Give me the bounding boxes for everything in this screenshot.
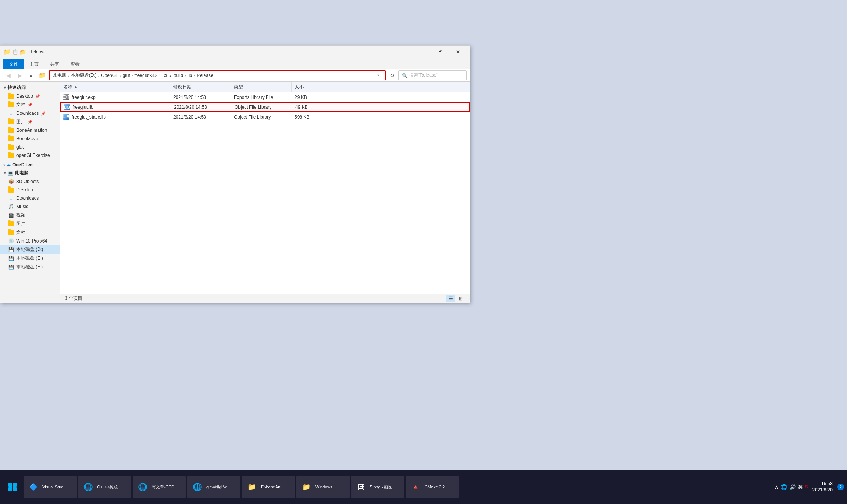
sidebar-item-label: Downloads bbox=[16, 196, 39, 201]
sidebar-item-desktop-pc[interactable]: Desktop bbox=[0, 186, 60, 194]
taskbar-item-vs[interactable]: 🔷 Visual Stud... bbox=[24, 476, 77, 498]
sidebar-item-3dobjects[interactable]: 📦 3D Objects bbox=[0, 177, 60, 186]
path-part-2[interactable]: OpenGL bbox=[101, 73, 118, 78]
sidebar-item-desktop[interactable]: Desktop 📌 bbox=[0, 92, 60, 100]
taskbar-right: ∧ 🌐 🔊 英 S 16:58 2021/8/20 2 bbox=[775, 481, 844, 493]
file-row-static-lib[interactable]: LIB freeglut_static.lib 2021/8/20 14:53 … bbox=[60, 112, 470, 122]
file-cell-name-exp: EXP freeglut.exp bbox=[60, 94, 170, 100]
pin-icon-4: 📌 bbox=[28, 120, 32, 124]
sidebar: ∨ 快速访问 Desktop 📌 文档 📌 ↓ bbox=[0, 82, 60, 303]
file-row-lib[interactable]: LIB freeglut.lib 2021/8/20 14:53 Object … bbox=[60, 102, 470, 112]
taskbar-item-chrome2[interactable]: 🌐 写文章-CSD... bbox=[133, 476, 186, 498]
file-cell-size-exp: 29 KB bbox=[292, 95, 329, 100]
file-cell-type-lib: Object File Library bbox=[232, 105, 292, 110]
vs-icon: 🔷 bbox=[27, 481, 39, 493]
close-button[interactable]: ✕ bbox=[449, 46, 467, 58]
tray-network[interactable]: 🌐 bbox=[781, 484, 787, 490]
sidebar-item-glut[interactable]: glut bbox=[0, 143, 60, 151]
col-header-name[interactable]: 名称 ▲ bbox=[60, 82, 170, 92]
path-part-5[interactable]: lib bbox=[188, 73, 192, 78]
maximize-button[interactable]: 🗗 bbox=[432, 46, 449, 58]
address-dropdown-button[interactable]: ▾ bbox=[374, 70, 382, 80]
sidebar-item-drive-d[interactable]: 💾 本地磁盘 (D:) bbox=[0, 245, 60, 254]
tab-share[interactable]: 共享 bbox=[44, 59, 65, 69]
this-pc-icon: 💻 bbox=[8, 171, 13, 176]
sidebar-item-documents-pc[interactable]: 文档 bbox=[0, 228, 60, 237]
chrome2-label: 写文章-CSD... bbox=[152, 484, 178, 490]
taskbar-item-cmake[interactable]: 🔺 CMake 3.2... bbox=[406, 476, 459, 498]
start-button[interactable] bbox=[3, 477, 22, 496]
tray-arrow[interactable]: ∧ bbox=[775, 484, 778, 490]
sidebar-item-drive-e[interactable]: 💾 本地磁盘 (E:) bbox=[0, 254, 60, 263]
sidebar-item-pictures[interactable]: 图片 📌 bbox=[0, 117, 60, 126]
taskbar-item-paint[interactable]: 🖼 5.png - 画图 bbox=[351, 476, 404, 498]
col-header-type[interactable]: 类型 bbox=[231, 82, 292, 92]
taskbar-item-chrome3[interactable]: 🌐 glew和gIfw... bbox=[187, 476, 240, 498]
file-cell-name-lib: LIB freeglut.lib bbox=[61, 104, 171, 110]
clock[interactable]: 16:58 2021/8/20 bbox=[811, 481, 834, 493]
window-controls: ─ 🗗 ✕ bbox=[414, 46, 467, 58]
sidebar-item-win10[interactable]: 💿 Win 10 Pro x64 bbox=[0, 237, 60, 245]
col-header-date[interactable]: 修改日期 bbox=[170, 82, 231, 92]
sidebar-item-boneanimation[interactable]: BoneAnimation bbox=[0, 126, 60, 135]
tab-view[interactable]: 查看 bbox=[65, 59, 85, 69]
file-cell-date-static: 2021/8/20 14:53 bbox=[170, 114, 231, 120]
taskbar-item-chrome1[interactable]: 🌐 C++中类成... bbox=[78, 476, 131, 498]
taskbar-item-explorer2[interactable]: 📁 Windows ... bbox=[296, 476, 350, 498]
sidebar-item-openglexercise[interactable]: openGLExercise bbox=[0, 151, 60, 160]
sidebar-item-documents[interactable]: 文档 📌 bbox=[0, 100, 60, 109]
col-header-size[interactable]: 大小 bbox=[292, 82, 329, 92]
chrome3-icon: 🌐 bbox=[191, 481, 203, 493]
sidebar-item-label: Win 10 Pro x64 bbox=[16, 238, 47, 244]
clock-date: 2021/8/20 bbox=[812, 487, 833, 493]
minimize-button[interactable]: ─ bbox=[414, 46, 432, 58]
search-box[interactable]: 🔍 搜索"Release" bbox=[398, 70, 467, 80]
path-part-4[interactable]: freeglut-3.2.1_x86_build bbox=[134, 73, 183, 78]
file-icon-lib: LIB bbox=[64, 104, 70, 110]
this-pc-label: 此电脑 bbox=[15, 170, 28, 176]
sidebar-item-drive-f[interactable]: 💾 本地磁盘 (F:) bbox=[0, 263, 60, 271]
sidebar-item-label: BoneMove bbox=[16, 136, 38, 141]
this-pc-section[interactable]: ∨ 💻 此电脑 bbox=[0, 169, 60, 177]
path-part-3[interactable]: glut bbox=[122, 73, 130, 78]
address-bar[interactable]: 此电脑 › 本地磁盘(D:) › OpenGL › glut › freeglu… bbox=[49, 70, 386, 80]
path-part-6[interactable]: Release bbox=[197, 73, 213, 78]
quick-access-label: 快速访问 bbox=[8, 85, 26, 91]
clock-time: 16:58 bbox=[812, 481, 833, 487]
onedrive-section[interactable]: › ☁ OneDrive bbox=[0, 161, 60, 169]
sidebar-item-downloads-pc[interactable]: ↓ Downloads bbox=[0, 194, 60, 202]
ribbon: 文件 主页 共享 查看 bbox=[0, 58, 470, 69]
folder-icon-nav[interactable]: 📁 bbox=[38, 70, 47, 80]
cmake-icon: 🔺 bbox=[409, 481, 422, 493]
grid-view-button[interactable]: ⊞ bbox=[456, 295, 465, 302]
taskbar-item-explorer1[interactable]: 📁 E:\boneAni... bbox=[242, 476, 295, 498]
list-view-button[interactable]: ☰ bbox=[446, 295, 455, 302]
sidebar-item-downloads-quick[interactable]: ↓ Downloads 📌 bbox=[0, 109, 60, 117]
sidebar-item-label: BoneAnimation bbox=[16, 128, 47, 133]
path-part-0[interactable]: 此电脑 bbox=[53, 72, 66, 78]
sidebar-item-bonemove[interactable]: BoneMove bbox=[0, 135, 60, 143]
sidebar-item-music[interactable]: 🎵 Music bbox=[0, 202, 60, 211]
file-row-exp[interactable]: EXP freeglut.exp 2021/8/20 14:53 Exports… bbox=[60, 92, 470, 102]
sidebar-item-label: 视频 bbox=[16, 212, 25, 218]
file-cell-name-static: LIB freeglut_static.lib bbox=[60, 114, 170, 120]
sidebar-item-label: 图片 bbox=[16, 221, 25, 227]
back-button[interactable]: ◀ bbox=[3, 70, 13, 80]
explorer2-label: Windows ... bbox=[315, 485, 337, 489]
tray-lang[interactable]: 英 bbox=[798, 484, 803, 490]
tray-volume[interactable]: 🔊 bbox=[789, 484, 796, 490]
file-cell-date-exp: 2021/8/20 14:53 bbox=[170, 95, 231, 100]
forward-button[interactable]: ▶ bbox=[15, 70, 25, 80]
path-part-1[interactable]: 本地磁盘(D:) bbox=[71, 72, 97, 78]
tab-home[interactable]: 主页 bbox=[24, 59, 44, 69]
sidebar-item-label: 本地磁盘 (F:) bbox=[16, 264, 43, 270]
sidebar-item-pictures-pc[interactable]: 图片 bbox=[0, 219, 60, 228]
tab-file[interactable]: 文件 bbox=[3, 59, 24, 69]
sidebar-item-video[interactable]: 🎬 视频 bbox=[0, 211, 60, 219]
refresh-button[interactable]: ↻ bbox=[387, 70, 397, 80]
tray-ime[interactable]: S bbox=[805, 484, 808, 490]
notification-badge[interactable]: 2 bbox=[837, 484, 844, 490]
up-button[interactable]: ▲ bbox=[26, 70, 36, 80]
quick-access-section[interactable]: ∨ 快速访问 bbox=[0, 83, 60, 92]
chrome3-label: glew和gIfw... bbox=[206, 484, 230, 490]
